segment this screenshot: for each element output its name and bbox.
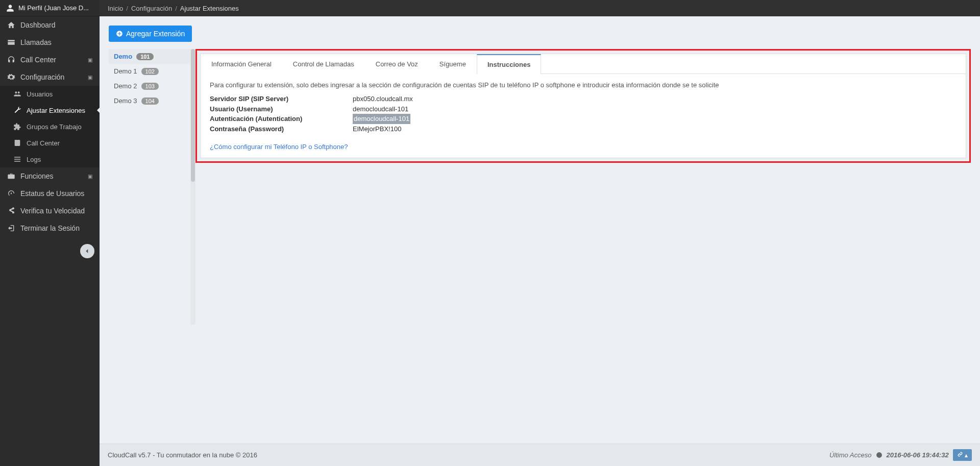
extension-name: Demo 2 — [114, 82, 137, 90]
subnav-item-label: Ajustar Extensiones — [27, 107, 85, 114]
breadcrumb-sep: / — [175, 5, 177, 12]
sidebar-item-callcenter[interactable]: Call Center ▣ — [0, 51, 100, 68]
add-extension-button[interactable]: Agregar Extensión — [109, 26, 192, 42]
tab-instrucciones[interactable]: Instrucciones — [477, 54, 542, 74]
sidebar-item-dashboard[interactable]: Dashboard — [0, 16, 100, 34]
wrench-icon — [13, 106, 21, 114]
extension-badge: 101 — [136, 53, 154, 60]
book-icon — [13, 139, 21, 147]
tab-label: Correo de Voz — [376, 60, 418, 68]
expand-icon: ▣ — [88, 57, 92, 63]
subnav-item-label: Usuarios — [27, 90, 53, 98]
extension-list-item[interactable]: Demo 3104 — [109, 93, 190, 108]
sidebar-item-label: Call Center — [20, 56, 56, 64]
field-value-server: pbx050.cloudcall.mx — [353, 94, 413, 104]
tab-label: Sígueme — [439, 60, 466, 68]
footer-left: CloudCall v5.7 - Tu conmutador en la nub… — [108, 451, 257, 459]
extension-list-item[interactable]: Demo 2103 — [109, 79, 190, 93]
list-icon — [13, 155, 21, 163]
link-icon — [957, 451, 963, 457]
subnav-item-label: Grupos de Trabajo — [27, 123, 82, 131]
subnav-item-usuarios[interactable]: Usuarios — [0, 86, 100, 102]
footer-last-access-time: 2016-06-06 19:44:32 — [887, 451, 949, 459]
help-link[interactable]: ¿Cómo configurar mi Teléfono IP o Softph… — [210, 143, 348, 151]
sidebar: Mi Perfil (Juan Jose D... Dashboard Llam… — [0, 0, 100, 466]
tab-label: Instrucciones — [487, 61, 531, 68]
headphones-icon — [7, 56, 15, 64]
main: Agregar Extensión Demo101Demo 1102Demo 2… — [100, 16, 980, 444]
breadcrumb-home[interactable]: Inicio — [108, 5, 123, 12]
sidebar-item-configuracion[interactable]: Configuración ▣ — [0, 68, 100, 86]
profile-label: Mi Perfil (Juan Jose D... — [18, 4, 89, 12]
sidebar-item-logout[interactable]: Terminar la Sesión — [0, 219, 100, 237]
tab-control-llamadas[interactable]: Control de Llamadas — [282, 54, 365, 74]
subnav-item-ajustar-extensiones[interactable]: Ajustar Extensiones — [0, 102, 100, 118]
instructions-intro: Para configurar tu extensión, solo debes… — [210, 81, 957, 89]
subnav-item-callcenter-config[interactable]: Call Center — [0, 135, 100, 151]
plus-icon — [116, 30, 123, 37]
extension-list-pane: Demo101Demo 1102Demo 2103Demo 3104 — [109, 49, 190, 325]
share-icon — [7, 207, 15, 215]
arrow-left-icon — [83, 247, 91, 255]
extension-badge: 104 — [141, 97, 159, 105]
sidebar-item-label: Verifica tu Velocidad — [20, 207, 85, 215]
field-label-server: Servidor SIP (SIP Server) — [210, 94, 353, 104]
collapse-icon: ▣ — [88, 75, 92, 80]
extension-list-item[interactable]: Demo 1102 — [109, 64, 190, 79]
scrollbar-thumb[interactable] — [191, 49, 195, 182]
field-value-user: democloudcall-101 — [353, 104, 408, 114]
users-icon — [13, 90, 21, 98]
sidebar-collapse-button[interactable] — [80, 244, 94, 258]
sidebar-item-label: Estatus de Usuarios — [20, 189, 84, 198]
scrollbar[interactable] — [190, 49, 195, 325]
content: Inicio / Configuración / Ajustar Extensi… — [100, 0, 980, 466]
field-value-auth: democloudcall-101 — [353, 114, 410, 124]
extension-panel: Información General Control de Llamadas … — [195, 49, 971, 325]
sidebar-item-estatus[interactable]: Estatus de Usuarios — [0, 185, 100, 202]
tab-body-instrucciones: Para configurar tu extensión, solo debes… — [201, 74, 966, 158]
footer-last-access-label: Último Acceso — [829, 451, 872, 459]
tab-correo-voz[interactable]: Correo de Voz — [365, 54, 429, 74]
field-value-pass: ElMejorPBX!100 — [353, 124, 401, 134]
tab-informacion-general[interactable]: Información General — [201, 54, 282, 74]
tab-label: Información General — [211, 60, 272, 68]
sidebar-item-label: Dashboard — [20, 21, 56, 29]
field-label-pass: Contraseña (Password) — [210, 124, 353, 134]
extension-badge: 103 — [141, 83, 159, 90]
footer: CloudCall v5.7 - Tu conmutador en la nub… — [100, 444, 980, 466]
extension-list: Demo101Demo 1102Demo 2103Demo 3104 — [109, 49, 190, 108]
subnav-item-grupos[interactable]: Grupos de Trabajo — [0, 118, 100, 135]
extension-name: Demo 1 — [114, 67, 137, 75]
tabs: Información General Control de Llamadas … — [201, 54, 966, 74]
tab-sigueme[interactable]: Sígueme — [429, 54, 477, 74]
highlight-box: Información General Control de Llamadas … — [195, 49, 971, 163]
field-label-auth: Autenticación (Autentication) — [210, 114, 353, 124]
sidebar-item-funciones[interactable]: Funciones ▣ — [0, 167, 100, 185]
subnav-item-logs[interactable]: Logs — [0, 151, 100, 167]
sidebar-item-label: Terminar la Sesión — [20, 224, 80, 232]
gauge-icon — [7, 189, 15, 198]
breadcrumb-current: Ajustar Extensiones — [180, 5, 239, 12]
extension-name: Demo 3 — [114, 97, 137, 105]
logout-icon — [7, 224, 15, 232]
sidebar-item-llamadas[interactable]: Llamadas — [0, 34, 100, 51]
briefcase-icon — [7, 172, 15, 180]
credit-card-icon — [7, 38, 15, 46]
gear-icon — [7, 73, 15, 81]
add-extension-label: Agregar Extensión — [126, 30, 185, 38]
sidebar-subnav-config: Usuarios Ajustar Extensiones Grupos de T… — [0, 86, 100, 167]
sidebar-item-label: Funciones — [20, 172, 54, 180]
sidebar-nav: Dashboard Llamadas Call Center ▣ Configu… — [0, 16, 100, 237]
expand-icon: ▣ — [88, 174, 92, 179]
tab-label: Control de Llamadas — [293, 60, 354, 68]
breadcrumb-sep: / — [126, 5, 128, 12]
footer-link-button[interactable]: ▴ — [953, 449, 972, 461]
subnav-item-label: Call Center — [27, 139, 60, 147]
user-icon — [6, 4, 14, 12]
profile-link[interactable]: Mi Perfil (Juan Jose D... — [0, 0, 100, 16]
breadcrumb: Inicio / Configuración / Ajustar Extensi… — [100, 0, 980, 16]
puzzle-icon — [13, 122, 21, 131]
extension-list-item[interactable]: Demo101 — [109, 49, 190, 64]
sidebar-item-velocidad[interactable]: Verifica tu Velocidad — [0, 202, 100, 219]
breadcrumb-config[interactable]: Configuración — [131, 5, 172, 12]
